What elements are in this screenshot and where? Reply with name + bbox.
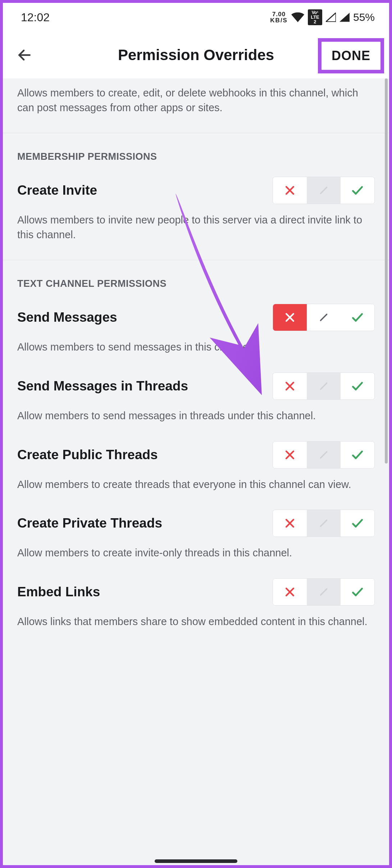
deny-option[interactable] (273, 373, 307, 399)
neutral-option[interactable] (307, 510, 341, 537)
neutral-option[interactable] (307, 373, 341, 399)
battery-level: 55% (353, 11, 375, 23)
perm-create-private-threads: Create Private Threads Allow members to … (3, 510, 389, 578)
svg-line-6 (321, 315, 327, 321)
perm-create-public-threads: Create Public Threads Allow members to c… (3, 441, 389, 510)
tri-toggle-send-messages[interactable] (273, 304, 375, 331)
neutral-option[interactable] (307, 177, 341, 204)
perm-title: Create Private Threads (17, 516, 162, 531)
status-time: 12:02 (21, 11, 50, 24)
webhooks-description: Allows members to create, edit, or delet… (3, 78, 389, 133)
signal-icon-1 (326, 13, 336, 22)
tri-toggle-create-invite[interactable] (273, 177, 375, 204)
app-bar: Permission Overrides DONE (3, 32, 389, 78)
tri-toggle-create-public-threads[interactable] (273, 441, 375, 469)
perm-desc: Allows members to send messages in this … (17, 340, 375, 354)
svg-line-15 (321, 520, 327, 526)
allow-option[interactable] (341, 373, 374, 399)
scrollbar[interactable] (385, 78, 388, 464)
lte-icon: Vo¹ LTE 2 (308, 9, 322, 25)
allow-option[interactable] (341, 442, 374, 468)
deny-option[interactable] (273, 442, 307, 468)
neutral-option[interactable] (307, 442, 341, 468)
svg-line-18 (321, 589, 327, 595)
allow-option[interactable] (341, 510, 374, 537)
network-speed: 7.00 KB/S (270, 11, 288, 23)
tri-toggle-send-messages-threads[interactable] (273, 372, 375, 400)
allow-option[interactable] (341, 304, 374, 331)
neutral-option[interactable] (307, 304, 341, 331)
perm-desc: Allow members to send messages in thread… (17, 408, 375, 423)
allow-option[interactable] (341, 177, 374, 204)
perm-title: Send Messages (17, 310, 117, 325)
perm-embed-links: Embed Links Allows links that members sh… (3, 578, 389, 647)
svg-line-3 (321, 187, 327, 194)
deny-option[interactable] (273, 579, 307, 605)
neutral-option[interactable] (307, 579, 341, 605)
nav-pill[interactable] (155, 859, 237, 863)
perm-title: Embed Links (17, 584, 100, 600)
deny-option[interactable] (273, 304, 307, 331)
tri-toggle-embed-links[interactable] (273, 578, 375, 606)
deny-option[interactable] (273, 177, 307, 204)
perm-desc: Allows members to invite new people to t… (17, 213, 375, 242)
perm-desc: Allow members to create threads that eve… (17, 477, 375, 492)
svg-line-9 (321, 383, 327, 389)
perm-title: Create Public Threads (17, 447, 158, 462)
perm-title: Send Messages in Threads (17, 379, 188, 394)
signal-icon-2 (339, 13, 350, 22)
tri-toggle-create-private-threads[interactable] (273, 510, 375, 537)
content-scroll[interactable]: Allows members to create, edit, or delet… (3, 78, 389, 865)
wifi-icon (291, 12, 304, 22)
status-right: 7.00 KB/S Vo¹ LTE 2 55% (270, 9, 375, 25)
svg-line-12 (321, 452, 327, 458)
done-button[interactable]: DONE (318, 38, 384, 73)
status-bar: 12:02 7.00 KB/S Vo¹ LTE 2 55% (3, 3, 389, 32)
section-membership: MEMBERSHIP PERMISSIONS (3, 133, 389, 177)
perm-create-invite: Create Invite Allows members to invite n… (3, 177, 389, 260)
perm-title: Create Invite (17, 183, 97, 198)
perm-send-messages-threads: Send Messages in Threads Allow members t… (3, 372, 389, 441)
perm-desc: Allows links that members share to show … (17, 614, 375, 629)
section-text-channel: TEXT CHANNEL PERMISSIONS (3, 260, 389, 304)
deny-option[interactable] (273, 510, 307, 537)
allow-option[interactable] (341, 579, 374, 605)
perm-send-messages: Send Messages Allows members to send mes… (3, 304, 389, 372)
perm-desc: Allow members to create invite-only thre… (17, 546, 375, 560)
